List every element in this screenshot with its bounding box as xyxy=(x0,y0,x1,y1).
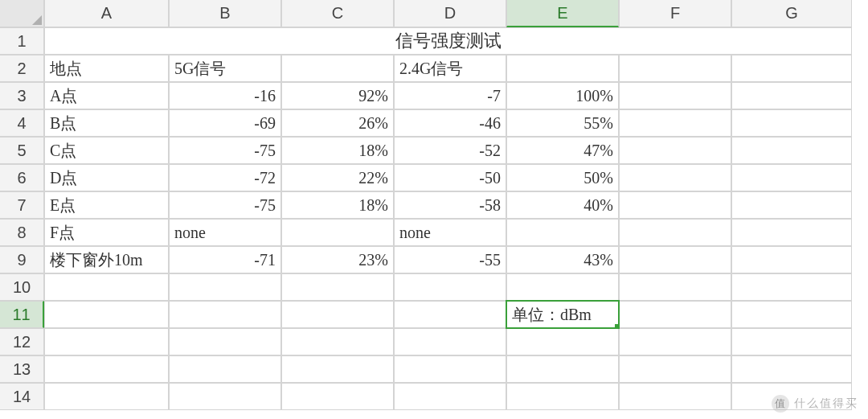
cell-F14[interactable] xyxy=(619,383,731,410)
cell-D2[interactable]: 2.4G信号 xyxy=(394,55,506,82)
cell-F2[interactable] xyxy=(619,55,731,82)
cell-E7[interactable]: 40% xyxy=(506,191,619,219)
cell-C7[interactable]: 18% xyxy=(281,191,394,219)
cell-D3[interactable]: -7 xyxy=(394,82,506,109)
cell-D8[interactable]: none xyxy=(394,219,506,246)
select-all-corner[interactable] xyxy=(0,0,44,27)
cell-G2[interactable] xyxy=(731,55,852,82)
cell-G3[interactable] xyxy=(731,82,852,109)
cell-D11[interactable] xyxy=(394,301,506,328)
cell-A14[interactable] xyxy=(44,383,169,410)
cell-G14[interactable] xyxy=(731,383,852,410)
cell-F5[interactable] xyxy=(619,137,731,164)
cell-D4[interactable]: -46 xyxy=(394,109,506,137)
cell-F7[interactable] xyxy=(619,191,731,219)
col-header-B[interactable]: B xyxy=(169,0,281,27)
cell-A4[interactable]: B点 xyxy=(44,109,169,137)
cell-G6[interactable] xyxy=(731,164,852,191)
cell-B13[interactable] xyxy=(169,355,281,383)
cell-C9[interactable]: 23% xyxy=(281,246,394,273)
cell-F13[interactable] xyxy=(619,355,731,383)
cell-D14[interactable] xyxy=(394,383,506,410)
cell-G11[interactable] xyxy=(731,301,852,328)
cell-C5[interactable]: 18% xyxy=(281,137,394,164)
cell-A12[interactable] xyxy=(44,328,169,355)
cell-B5[interactable]: -75 xyxy=(169,137,281,164)
cell-B7[interactable]: -75 xyxy=(169,191,281,219)
cell-G8[interactable] xyxy=(731,219,852,246)
cell-A7[interactable]: E点 xyxy=(44,191,169,219)
row-header-13[interactable]: 13 xyxy=(0,355,44,383)
cell-E11[interactable]: 单位：dBm xyxy=(506,301,619,328)
col-header-C[interactable]: C xyxy=(281,0,394,27)
cell-E8[interactable] xyxy=(506,219,619,246)
cell-A8[interactable]: F点 xyxy=(44,219,169,246)
cell-G5[interactable] xyxy=(731,137,852,164)
cell-D9[interactable]: -55 xyxy=(394,246,506,273)
cell-F4[interactable] xyxy=(619,109,731,137)
cell-F12[interactable] xyxy=(619,328,731,355)
cell-G7[interactable] xyxy=(731,191,852,219)
cell-C3[interactable]: 92% xyxy=(281,82,394,109)
row-header-12[interactable]: 12 xyxy=(0,328,44,355)
cell-F8[interactable] xyxy=(619,219,731,246)
cell-E10[interactable] xyxy=(506,273,619,301)
cell-D6[interactable]: -50 xyxy=(394,164,506,191)
cell-D7[interactable]: -58 xyxy=(394,191,506,219)
cell-B12[interactable] xyxy=(169,328,281,355)
cell-F9[interactable] xyxy=(619,246,731,273)
title-cell[interactable]: 信号强度测试 xyxy=(44,27,852,55)
row-header-2[interactable]: 2 xyxy=(0,55,44,82)
cell-E9[interactable]: 43% xyxy=(506,246,619,273)
cell-G9[interactable] xyxy=(731,246,852,273)
cell-C12[interactable] xyxy=(281,328,394,355)
col-header-D[interactable]: D xyxy=(394,0,506,27)
cell-D5[interactable]: -52 xyxy=(394,137,506,164)
cell-E5[interactable]: 47% xyxy=(506,137,619,164)
col-header-E[interactable]: E xyxy=(506,0,619,27)
cell-E13[interactable] xyxy=(506,355,619,383)
cell-B9[interactable]: -71 xyxy=(169,246,281,273)
spreadsheet-grid[interactable]: A B C D E F G 1 信号强度测试 2 地点 5G信号 2.4G信号 … xyxy=(0,0,868,410)
col-header-G[interactable]: G xyxy=(731,0,852,27)
cell-C2[interactable] xyxy=(281,55,394,82)
row-header-4[interactable]: 4 xyxy=(0,109,44,137)
cell-E2[interactable] xyxy=(506,55,619,82)
cell-E6[interactable]: 50% xyxy=(506,164,619,191)
col-header-A[interactable]: A xyxy=(44,0,169,27)
cell-A11[interactable] xyxy=(44,301,169,328)
cell-E3[interactable]: 100% xyxy=(506,82,619,109)
row-header-10[interactable]: 10 xyxy=(0,273,44,301)
cell-A5[interactable]: C点 xyxy=(44,137,169,164)
row-header-11[interactable]: 11 xyxy=(0,301,44,328)
cell-B11[interactable] xyxy=(169,301,281,328)
cell-D13[interactable] xyxy=(394,355,506,383)
cell-B4[interactable]: -69 xyxy=(169,109,281,137)
row-header-8[interactable]: 8 xyxy=(0,219,44,246)
cell-G4[interactable] xyxy=(731,109,852,137)
cell-B8[interactable]: none xyxy=(169,219,281,246)
cell-F10[interactable] xyxy=(619,273,731,301)
cell-F6[interactable] xyxy=(619,164,731,191)
row-header-1[interactable]: 1 xyxy=(0,27,44,55)
cell-G13[interactable] xyxy=(731,355,852,383)
row-header-3[interactable]: 3 xyxy=(0,82,44,109)
cell-C8[interactable] xyxy=(281,219,394,246)
cell-G12[interactable] xyxy=(731,328,852,355)
cell-A10[interactable] xyxy=(44,273,169,301)
cell-B10[interactable] xyxy=(169,273,281,301)
cell-F11[interactable] xyxy=(619,301,731,328)
cell-G10[interactable] xyxy=(731,273,852,301)
cell-A3[interactable]: A点 xyxy=(44,82,169,109)
cell-D12[interactable] xyxy=(394,328,506,355)
cell-B14[interactable] xyxy=(169,383,281,410)
cell-F3[interactable] xyxy=(619,82,731,109)
cell-A2[interactable]: 地点 xyxy=(44,55,169,82)
cell-C4[interactable]: 26% xyxy=(281,109,394,137)
cell-D10[interactable] xyxy=(394,273,506,301)
cell-A13[interactable] xyxy=(44,355,169,383)
cell-B2[interactable]: 5G信号 xyxy=(169,55,281,82)
cell-B6[interactable]: -72 xyxy=(169,164,281,191)
row-header-9[interactable]: 9 xyxy=(0,246,44,273)
cell-C10[interactable] xyxy=(281,273,394,301)
